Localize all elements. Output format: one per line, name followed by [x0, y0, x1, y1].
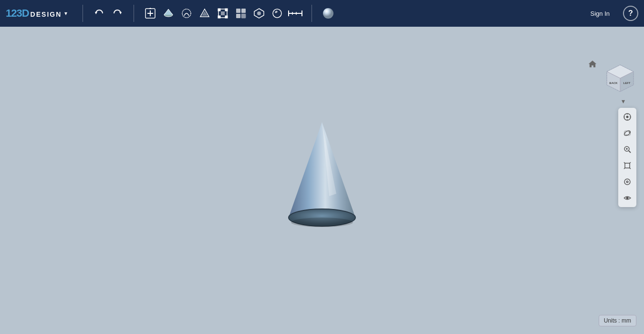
modify-button[interactable] [214, 5, 231, 22]
construct-button[interactable] [196, 5, 213, 22]
pan-button[interactable] [620, 110, 634, 124]
orbit-button[interactable] [620, 126, 634, 140]
view-cube[interactable]: LEFT BACK [603, 61, 637, 95]
svg-rect-94 [625, 163, 630, 168]
svg-rect-12 [218, 9, 220, 11]
group-button[interactable] [250, 5, 268, 22]
help-button[interactable]: ? [623, 6, 638, 21]
svg-marker-1 [119, 12, 122, 14]
view-cube-down-arrow[interactable]: ▾ [622, 97, 625, 105]
zoom-button[interactable] [620, 142, 634, 157]
svg-point-22 [273, 9, 281, 18]
measure-button[interactable] [287, 5, 304, 22]
logo-dropdown-arrow[interactable]: ▾ [64, 10, 67, 17]
svg-marker-9 [202, 11, 208, 16]
svg-point-23 [275, 10, 278, 13]
3d-viewport[interactable]: LEFT BACK ▾ [0, 27, 644, 334]
header-bar: 123DDESIGN ▾ [0, 0, 644, 27]
fit-button[interactable] [620, 158, 634, 173]
redo-button[interactable] [109, 5, 126, 22]
pattern-button[interactable] [232, 5, 249, 22]
look-at-button[interactable] [620, 175, 634, 189]
add-button[interactable] [142, 5, 159, 22]
svg-line-97 [624, 167, 625, 169]
logo-area[interactable]: 123DDESIGN ▾ [6, 7, 67, 20]
svg-point-21 [257, 11, 261, 15]
svg-rect-11 [221, 11, 225, 15]
main-toolbar-group [142, 5, 304, 22]
signin-button[interactable]: Sign In [585, 7, 615, 20]
svg-rect-15 [225, 16, 228, 18]
header-divider-3 [312, 5, 312, 22]
undo-redo-group [91, 5, 126, 22]
svg-line-95 [624, 162, 625, 164]
svg-rect-14 [218, 16, 220, 18]
grid [0, 27, 143, 98]
svg-point-29 [323, 8, 333, 19]
svg-point-101 [627, 181, 628, 182]
svg-line-96 [629, 162, 631, 164]
undo-button[interactable] [91, 5, 108, 22]
svg-point-74 [291, 218, 353, 227]
svg-marker-0 [95, 12, 97, 14]
svg-rect-31 [0, 27, 143, 98]
header-divider-1 [83, 5, 83, 22]
svg-rect-13 [225, 9, 228, 11]
svg-point-82 [626, 116, 629, 118]
sketch-button[interactable] [178, 5, 195, 22]
units-badge[interactable]: Units : mm [599, 315, 636, 326]
svg-rect-17 [241, 9, 246, 13]
svg-line-98 [629, 167, 631, 169]
primitives-button[interactable] [160, 5, 177, 22]
svg-rect-18 [236, 14, 240, 18]
svg-rect-19 [241, 14, 246, 18]
right-toolbar [618, 108, 636, 207]
home-button[interactable] [588, 59, 597, 69]
svg-point-102 [626, 197, 629, 199]
svg-rect-16 [236, 9, 240, 13]
svg-line-91 [629, 151, 631, 153]
material-sphere-button[interactable] [320, 5, 337, 22]
visibility-button[interactable] [620, 191, 634, 205]
svg-text:LEFT: LEFT [623, 82, 631, 84]
material-button[interactable] [269, 5, 286, 22]
header-divider-2 [134, 5, 134, 22]
svg-text:BACK: BACK [609, 82, 618, 84]
3d-cone [274, 117, 370, 232]
logo-123d: 123DDESIGN [6, 7, 62, 20]
